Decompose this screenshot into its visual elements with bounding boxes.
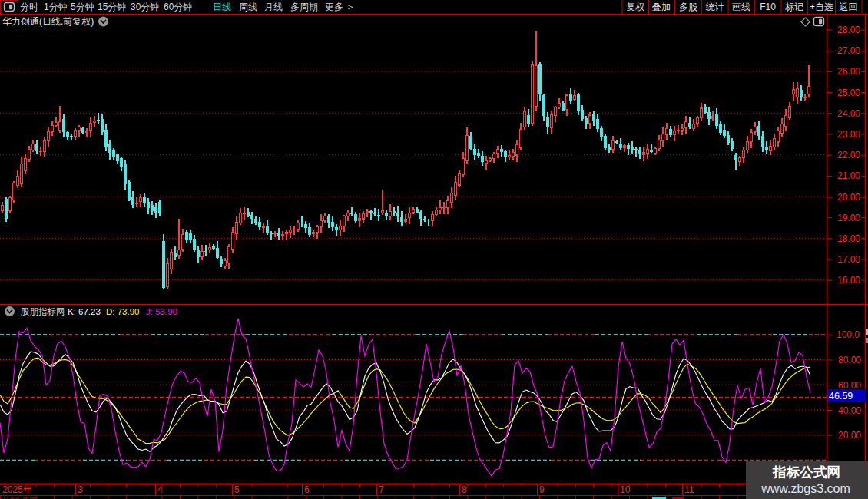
svg-text:24.00: 24.00 bbox=[837, 108, 860, 119]
svg-text:多股: 多股 bbox=[679, 2, 697, 12]
svg-text:10: 10 bbox=[620, 484, 631, 495]
svg-text:更多 ＞: 更多 ＞ bbox=[325, 2, 355, 12]
svg-text:80.00: 80.00 bbox=[838, 355, 861, 365]
svg-text:19.00: 19.00 bbox=[837, 213, 860, 223]
svg-text:www.zbgs3.com: www.zbgs3.com bbox=[760, 482, 850, 495]
svg-text:多周期: 多周期 bbox=[290, 2, 318, 12]
svg-text:15分钟: 15分钟 bbox=[98, 2, 126, 12]
svg-text:40.00: 40.00 bbox=[838, 405, 861, 416]
svg-text:11: 11 bbox=[684, 484, 694, 495]
svg-text:30分钟: 30分钟 bbox=[131, 2, 159, 12]
svg-text:5: 5 bbox=[234, 484, 240, 495]
svg-text:统计: 统计 bbox=[706, 2, 724, 12]
svg-text:26.00: 26.00 bbox=[837, 66, 860, 77]
svg-text:周线: 周线 bbox=[239, 2, 257, 12]
svg-text:返回: 返回 bbox=[840, 2, 858, 12]
svg-text:月线: 月线 bbox=[264, 2, 283, 12]
svg-text:28.00: 28.00 bbox=[837, 25, 860, 35]
svg-text:9: 9 bbox=[539, 484, 545, 495]
svg-text:20.00: 20.00 bbox=[838, 430, 861, 441]
svg-text:标记: 标记 bbox=[785, 2, 803, 12]
svg-text:6: 6 bbox=[304, 484, 310, 495]
svg-text:46.59: 46.59 bbox=[829, 391, 853, 402]
svg-text:分时: 分时 bbox=[20, 2, 38, 12]
svg-text:20.00: 20.00 bbox=[837, 192, 860, 203]
svg-text:D: 73.90: D: 73.90 bbox=[106, 307, 139, 316]
svg-text:1分钟: 1分钟 bbox=[44, 2, 68, 12]
svg-text:股朋指标网: 股朋指标网 bbox=[21, 307, 65, 316]
svg-text:华力创通(日线.前复权): 华力创通(日线.前复权) bbox=[2, 16, 94, 27]
svg-text:复权: 复权 bbox=[626, 2, 644, 12]
svg-text:K: 67.23: K: 67.23 bbox=[68, 307, 101, 316]
svg-text:指标公式网: 指标公式网 bbox=[772, 464, 840, 480]
svg-text:分时 多空: 分时 多空 bbox=[2, 496, 38, 499]
svg-text:日线: 日线 bbox=[213, 2, 231, 12]
svg-text:21.00: 21.00 bbox=[837, 170, 860, 181]
svg-text:F10: F10 bbox=[760, 2, 776, 12]
svg-text:18.00: 18.00 bbox=[837, 233, 860, 244]
svg-text:25.00: 25.00 bbox=[837, 88, 860, 98]
svg-text:+自选: +自选 bbox=[810, 2, 833, 12]
svg-text:画线: 画线 bbox=[732, 2, 750, 12]
svg-text:16.00: 16.00 bbox=[837, 275, 860, 286]
svg-text:2025年: 2025年 bbox=[2, 484, 32, 495]
svg-text:叠加: 叠加 bbox=[652, 2, 671, 12]
svg-text:60.00: 60.00 bbox=[838, 380, 861, 391]
svg-text:23.00: 23.00 bbox=[837, 129, 860, 140]
svg-text:5分钟: 5分钟 bbox=[71, 2, 94, 12]
svg-text:27.00: 27.00 bbox=[837, 45, 860, 56]
svg-text:8: 8 bbox=[462, 484, 467, 495]
svg-text:7: 7 bbox=[379, 484, 384, 495]
svg-text:22.00: 22.00 bbox=[837, 150, 860, 160]
svg-text:3: 3 bbox=[78, 484, 83, 495]
svg-text:60分钟: 60分钟 bbox=[164, 2, 192, 12]
svg-text:J: 53.90: J: 53.90 bbox=[146, 307, 177, 316]
svg-text:100.0: 100.0 bbox=[837, 329, 860, 340]
svg-text:17.00: 17.00 bbox=[837, 254, 860, 265]
